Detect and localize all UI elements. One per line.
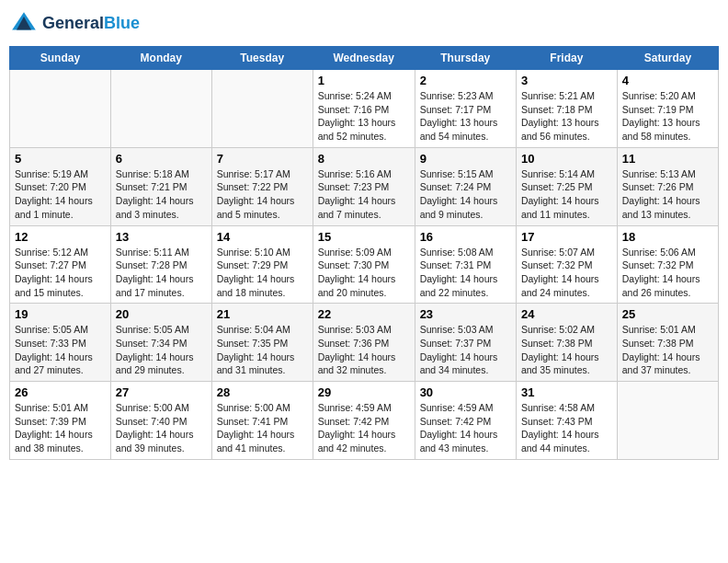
logo-icon (9, 9, 39, 39)
calendar-header-friday: Friday (516, 47, 617, 70)
calendar-cell: 8Sunrise: 5:16 AM Sunset: 7:23 PM Daylig… (313, 147, 415, 225)
calendar-cell: 22Sunrise: 5:03 AM Sunset: 7:36 PM Dayli… (313, 304, 415, 382)
calendar-week-row: 26Sunrise: 5:01 AM Sunset: 7:39 PM Dayli… (10, 382, 719, 460)
day-info: Sunrise: 5:01 AM Sunset: 7:38 PM Dayligh… (622, 323, 713, 377)
day-number: 6 (116, 152, 207, 166)
calendar-cell (110, 70, 211, 148)
day-info: Sunrise: 5:00 AM Sunset: 7:40 PM Dayligh… (116, 401, 207, 455)
day-info: Sunrise: 5:11 AM Sunset: 7:28 PM Dayligh… (116, 246, 207, 300)
day-info: Sunrise: 5:23 AM Sunset: 7:17 PM Dayligh… (420, 89, 511, 144)
day-info: Sunrise: 5:12 AM Sunset: 7:27 PM Dayligh… (15, 246, 106, 300)
day-info: Sunrise: 5:20 AM Sunset: 7:19 PM Dayligh… (622, 89, 713, 144)
calendar-header-thursday: Thursday (415, 47, 516, 70)
calendar-cell: 26Sunrise: 5:01 AM Sunset: 7:39 PM Dayli… (10, 382, 111, 460)
day-info: Sunrise: 5:02 AM Sunset: 7:38 PM Dayligh… (521, 323, 612, 377)
calendar-week-row: 19Sunrise: 5:05 AM Sunset: 7:33 PM Dayli… (10, 304, 719, 382)
day-info: Sunrise: 5:00 AM Sunset: 7:41 PM Dayligh… (217, 401, 308, 455)
day-info: Sunrise: 5:16 AM Sunset: 7:23 PM Dayligh… (318, 167, 410, 222)
calendar-cell: 11Sunrise: 5:13 AM Sunset: 7:26 PM Dayli… (617, 147, 718, 225)
day-info: Sunrise: 5:04 AM Sunset: 7:35 PM Dayligh… (217, 323, 308, 377)
day-number: 15 (318, 230, 410, 244)
day-info: Sunrise: 5:08 AM Sunset: 7:31 PM Dayligh… (420, 246, 511, 300)
calendar-cell: 30Sunrise: 4:59 AM Sunset: 7:42 PM Dayli… (415, 382, 516, 460)
calendar-header-tuesday: Tuesday (211, 47, 313, 70)
day-number: 27 (116, 385, 207, 399)
calendar-header-row: SundayMondayTuesdayWednesdayThursdayFrid… (10, 47, 719, 70)
day-number: 14 (217, 230, 308, 244)
day-number: 18 (622, 230, 713, 244)
calendar-header-wednesday: Wednesday (313, 47, 415, 70)
calendar-cell: 5Sunrise: 5:19 AM Sunset: 7:20 PM Daylig… (10, 147, 111, 225)
calendar-cell: 16Sunrise: 5:08 AM Sunset: 7:31 PM Dayli… (415, 225, 516, 304)
calendar-cell: 23Sunrise: 5:03 AM Sunset: 7:37 PM Dayli… (415, 304, 516, 382)
day-info: Sunrise: 5:17 AM Sunset: 7:22 PM Dayligh… (217, 167, 308, 222)
day-number: 22 (318, 307, 410, 321)
calendar-header-saturday: Saturday (617, 47, 718, 70)
day-info: Sunrise: 5:21 AM Sunset: 7:18 PM Dayligh… (521, 89, 612, 144)
calendar-cell: 3Sunrise: 5:21 AM Sunset: 7:18 PM Daylig… (516, 70, 617, 148)
day-number: 10 (521, 152, 612, 166)
calendar-cell: 29Sunrise: 4:59 AM Sunset: 7:42 PM Dayli… (313, 382, 415, 460)
day-info: Sunrise: 5:05 AM Sunset: 7:33 PM Dayligh… (15, 323, 106, 377)
day-number: 2 (420, 74, 511, 87)
day-info: Sunrise: 5:13 AM Sunset: 7:26 PM Dayligh… (622, 167, 713, 222)
calendar-cell: 4Sunrise: 5:20 AM Sunset: 7:19 PM Daylig… (617, 70, 718, 148)
day-info: Sunrise: 5:07 AM Sunset: 7:32 PM Dayligh… (521, 246, 612, 300)
day-info: Sunrise: 5:19 AM Sunset: 7:20 PM Dayligh… (15, 167, 106, 222)
calendar-header-monday: Monday (110, 47, 211, 70)
day-number: 26 (15, 385, 106, 399)
day-info: Sunrise: 4:59 AM Sunset: 7:42 PM Dayligh… (420, 401, 511, 455)
calendar-cell: 31Sunrise: 4:58 AM Sunset: 7:43 PM Dayli… (516, 382, 617, 460)
calendar-cell: 9Sunrise: 5:15 AM Sunset: 7:24 PM Daylig… (415, 147, 516, 225)
day-number: 9 (420, 152, 511, 166)
calendar-cell: 21Sunrise: 5:04 AM Sunset: 7:35 PM Dayli… (211, 304, 313, 382)
calendar-cell (211, 70, 313, 148)
day-info: Sunrise: 4:58 AM Sunset: 7:43 PM Dayligh… (521, 401, 612, 455)
day-number: 3 (521, 74, 612, 87)
calendar-cell: 18Sunrise: 5:06 AM Sunset: 7:32 PM Dayli… (617, 225, 718, 304)
calendar-cell (617, 382, 718, 460)
logo-text: GeneralBlue (42, 15, 140, 33)
calendar-cell: 25Sunrise: 5:01 AM Sunset: 7:38 PM Dayli… (617, 304, 718, 382)
calendar-cell: 17Sunrise: 5:07 AM Sunset: 7:32 PM Dayli… (516, 225, 617, 304)
day-number: 11 (622, 152, 713, 166)
calendar-cell: 20Sunrise: 5:05 AM Sunset: 7:34 PM Dayli… (110, 304, 211, 382)
calendar-cell: 12Sunrise: 5:12 AM Sunset: 7:27 PM Dayli… (10, 225, 111, 304)
calendar-cell: 27Sunrise: 5:00 AM Sunset: 7:40 PM Dayli… (110, 382, 211, 460)
day-info: Sunrise: 5:05 AM Sunset: 7:34 PM Dayligh… (116, 323, 207, 377)
day-number: 12 (15, 230, 106, 244)
day-number: 17 (521, 230, 612, 244)
calendar-week-row: 12Sunrise: 5:12 AM Sunset: 7:27 PM Dayli… (10, 225, 719, 304)
day-info: Sunrise: 5:03 AM Sunset: 7:36 PM Dayligh… (318, 323, 410, 377)
day-info: Sunrise: 5:09 AM Sunset: 7:30 PM Dayligh… (318, 246, 410, 300)
day-info: Sunrise: 5:14 AM Sunset: 7:25 PM Dayligh… (521, 167, 612, 222)
day-number: 25 (622, 307, 713, 321)
day-info: Sunrise: 5:06 AM Sunset: 7:32 PM Dayligh… (622, 246, 713, 300)
calendar-cell: 10Sunrise: 5:14 AM Sunset: 7:25 PM Dayli… (516, 147, 617, 225)
day-number: 24 (521, 307, 612, 321)
calendar-week-row: 1Sunrise: 5:24 AM Sunset: 7:16 PM Daylig… (10, 70, 719, 148)
calendar-cell: 13Sunrise: 5:11 AM Sunset: 7:28 PM Dayli… (110, 225, 211, 304)
day-number: 31 (521, 385, 612, 399)
day-number: 5 (15, 152, 106, 166)
calendar-cell: 7Sunrise: 5:17 AM Sunset: 7:22 PM Daylig… (211, 147, 313, 225)
day-number: 13 (116, 230, 207, 244)
calendar-cell (10, 70, 111, 148)
calendar-cell: 24Sunrise: 5:02 AM Sunset: 7:38 PM Dayli… (516, 304, 617, 382)
day-info: Sunrise: 5:10 AM Sunset: 7:29 PM Dayligh… (217, 246, 308, 300)
day-number: 19 (15, 307, 106, 321)
calendar-cell: 1Sunrise: 5:24 AM Sunset: 7:16 PM Daylig… (313, 70, 415, 148)
calendar-cell: 2Sunrise: 5:23 AM Sunset: 7:17 PM Daylig… (415, 70, 516, 148)
day-number: 20 (116, 307, 207, 321)
calendar-header-sunday: Sunday (10, 47, 111, 70)
day-number: 16 (420, 230, 511, 244)
logo: GeneralBlue (9, 9, 140, 39)
calendar-cell: 15Sunrise: 5:09 AM Sunset: 7:30 PM Dayli… (313, 225, 415, 304)
calendar-week-row: 5Sunrise: 5:19 AM Sunset: 7:20 PM Daylig… (10, 147, 719, 225)
calendar-cell: 28Sunrise: 5:00 AM Sunset: 7:41 PM Dayli… (211, 382, 313, 460)
calendar-cell: 14Sunrise: 5:10 AM Sunset: 7:29 PM Dayli… (211, 225, 313, 304)
day-info: Sunrise: 4:59 AM Sunset: 7:42 PM Dayligh… (318, 401, 410, 455)
day-info: Sunrise: 5:03 AM Sunset: 7:37 PM Dayligh… (420, 323, 511, 377)
calendar-table: SundayMondayTuesdayWednesdayThursdayFrid… (9, 46, 719, 460)
day-info: Sunrise: 5:15 AM Sunset: 7:24 PM Dayligh… (420, 167, 511, 222)
